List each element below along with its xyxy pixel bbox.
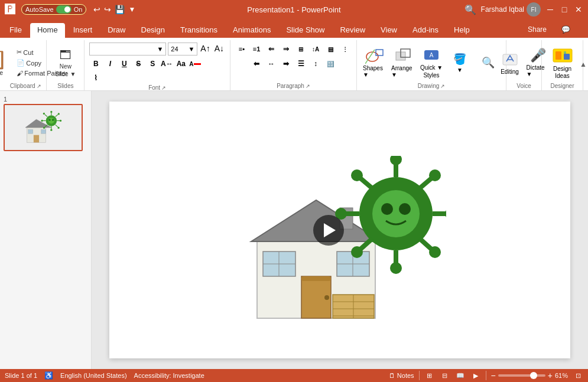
line-spacing-button[interactable]: ↕	[309, 57, 322, 70]
increase-font-icon[interactable]: A↑	[199, 43, 211, 55]
slideshow-button[interactable]: ▶	[470, 370, 481, 381]
slide-1-thumbnail[interactable]	[4, 104, 83, 151]
ribbon-actions: Share 💬	[522, 19, 586, 38]
autosave-label: AutoSave	[25, 6, 54, 13]
font-name-arrow: ▼	[157, 45, 163, 53]
bold-button[interactable]: B	[89, 57, 102, 70]
tab-addins[interactable]: Add-ins	[405, 23, 446, 38]
zoom-in-button[interactable]: +	[548, 371, 553, 380]
increase-indent-button[interactable]: ⇒	[280, 43, 293, 55]
char-spacing-button[interactable]: A↔	[160, 57, 173, 70]
title-bar-left: 🅿 AutoSave On ↩ ↪ 💾 ▼	[5, 4, 135, 16]
align-left-button[interactable]: ⬅	[250, 57, 263, 70]
search-icon[interactable]: 🔍	[464, 4, 476, 15]
paragraph-dialog-icon[interactable]: ↗	[306, 83, 310, 89]
align-text-button[interactable]: ▤	[324, 43, 337, 55]
app-title: Presentation1 - PowerPoint	[247, 5, 340, 14]
title-bar: 🅿 AutoSave On ↩ ↪ 💾 ▼ Presentation1 - Po…	[0, 0, 588, 19]
decrease-indent-button[interactable]: ⇐	[265, 43, 278, 55]
ribbon-collapse-button[interactable]: ▲	[579, 38, 588, 90]
slide-sorter-button[interactable]: ⊟	[440, 370, 450, 381]
share-button[interactable]: Share	[522, 23, 553, 36]
accessibility-icon[interactable]: ♿	[44, 371, 53, 380]
justify-button[interactable]: ☰	[294, 57, 307, 70]
close-btn[interactable]: ✕	[574, 5, 583, 14]
autosave-toggle[interactable]	[56, 5, 72, 14]
tab-transitions[interactable]: Transitions	[173, 23, 225, 38]
columns-button[interactable]: ⊞	[294, 43, 307, 55]
bullets-button[interactable]: ≡•	[235, 43, 248, 55]
shapes-button[interactable]: Shapes ▼	[362, 45, 388, 80]
font-name-dropdown[interactable]: ▼	[89, 43, 166, 55]
font-color-button[interactable]: A	[189, 57, 202, 70]
comment-button[interactable]: 💬	[557, 21, 574, 38]
design-ideas-icon	[552, 45, 573, 64]
highlight-button[interactable]: ⌇	[89, 71, 102, 84]
tab-help[interactable]: Help	[447, 23, 477, 38]
reading-view-button[interactable]: 📖	[455, 370, 466, 381]
tab-draw[interactable]: Draw	[100, 23, 132, 38]
save-icon[interactable]: 💾	[115, 5, 125, 14]
editing-button[interactable]: Editing	[497, 48, 523, 77]
zoom-out-button[interactable]: −	[491, 371, 496, 380]
clipboard-label: Clipboard ↗	[9, 83, 41, 90]
svg-point-35	[48, 119, 50, 120]
slide-canvas[interactable]	[109, 102, 570, 358]
fit-to-window-button[interactable]: ⊡	[573, 370, 583, 381]
zoom-slider[interactable]	[498, 374, 545, 377]
tab-file[interactable]: File	[2, 23, 29, 38]
notes-button[interactable]: 🗒 Notes	[389, 372, 414, 379]
convert-smartart-button[interactable]: ⋮	[339, 43, 352, 55]
autosave-badge[interactable]: AutoSave On	[21, 4, 86, 15]
underline-button[interactable]: U	[118, 57, 131, 70]
align-right-button[interactable]: ➡	[280, 57, 293, 70]
text-direction-button[interactable]: ↕A	[309, 43, 322, 55]
paste-button[interactable]: 📋 Paste	[0, 47, 11, 79]
numbering-button[interactable]: ≡1	[250, 43, 263, 55]
remove-formatting-button[interactable]: 🔡	[324, 57, 337, 70]
font-dialog-icon[interactable]: ↗	[161, 85, 166, 91]
accessibility-text[interactable]: Accessibility: Investigate	[134, 372, 204, 379]
clipboard-dialog-icon[interactable]: ↗	[37, 83, 41, 89]
tab-insert[interactable]: Insert	[66, 23, 100, 38]
quick-styles-icon: A	[423, 47, 440, 63]
tab-design[interactable]: Design	[134, 23, 172, 38]
align-center-button[interactable]: ↔	[265, 57, 278, 70]
strikethrough-button[interactable]: S	[132, 57, 145, 70]
italic-button[interactable]: I	[103, 57, 116, 70]
slide-1-container[interactable]: 1	[4, 96, 87, 151]
drawing-dialog-icon[interactable]: ↗	[440, 83, 445, 89]
change-case-button[interactable]: Aa	[174, 57, 187, 70]
svg-point-67	[390, 262, 402, 274]
svg-point-63	[445, 208, 446, 220]
tab-animations[interactable]: Animations	[226, 23, 278, 38]
tab-slideshow[interactable]: Slide Show	[279, 23, 332, 38]
shape-fill-button[interactable]: 🪣 ▼	[447, 50, 473, 76]
minimize-btn[interactable]: ─	[545, 5, 555, 14]
user-info[interactable]: Farshad Iqbal FI	[481, 2, 541, 17]
svg-point-30	[43, 127, 45, 129]
normal-view-button[interactable]: ⊞	[424, 370, 435, 381]
svg-rect-15	[28, 129, 33, 133]
ribbon: 📋 Paste ✂ Cut 📄 Copy 🖌 Format Painter Cl…	[0, 38, 588, 91]
quick-styles-button[interactable]: A Quick ▼ Styles	[418, 44, 444, 81]
tab-view[interactable]: View	[373, 23, 404, 38]
ribbon-group-slides: 🗔 New Slide ▼ Slides	[47, 40, 85, 90]
undo-icon[interactable]: ↩	[93, 5, 100, 14]
play-button[interactable]	[313, 215, 344, 246]
design-ideas-button[interactable]: Design Ideas	[550, 43, 576, 82]
tab-home[interactable]: Home	[30, 23, 65, 38]
tab-review[interactable]: Review	[333, 23, 372, 38]
decrease-font-icon[interactable]: A↓	[213, 43, 225, 55]
svg-rect-11	[564, 51, 566, 54]
shadow-button[interactable]: S	[146, 57, 159, 70]
arrange-button[interactable]: Arrange ▼	[390, 45, 416, 80]
more-tools-icon[interactable]: ▼	[128, 5, 135, 14]
svg-line-25	[56, 125, 58, 127]
slide-thumb-inner	[5, 105, 82, 150]
maximize-btn[interactable]: □	[560, 5, 569, 14]
font-size-dropdown[interactable]: 24 ▼	[168, 43, 197, 55]
new-slide-button[interactable]: 🗔 New Slide ▼	[51, 46, 79, 80]
svg-rect-16	[41, 129, 46, 133]
redo-icon[interactable]: ↪	[104, 5, 111, 14]
